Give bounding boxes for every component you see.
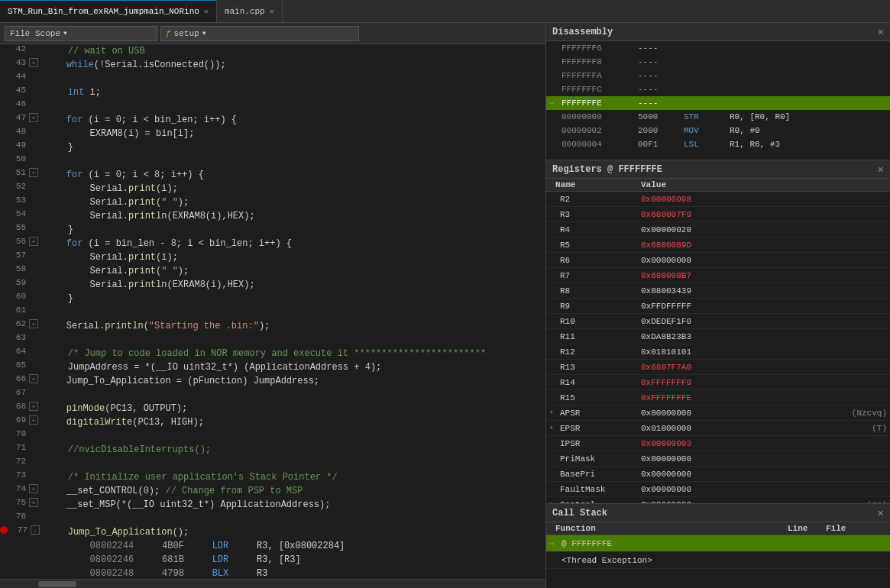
code-text: for (i = bin_len - 8; i < bin_len; i++) … — [41, 237, 545, 250]
register-row[interactable]: FaultMask0x00000000 — [546, 482, 890, 497]
fold-button[interactable]: + — [29, 237, 38, 246]
register-value: 0x00000000 — [641, 256, 887, 265]
code-area[interactable]: 42 // wait on USB43+ while(!Serial.isCon… — [0, 44, 545, 579]
disasm-content[interactable]: FFFFFFF6----FFFFFFF8----FFFFFFFA----FFFF… — [546, 41, 890, 160]
disasm-mnemonic: MOV — [684, 126, 730, 135]
register-row[interactable]: PriMask0x00000000 — [546, 451, 890, 467]
tab-ino-close[interactable]: ✕ — [204, 7, 209, 16]
fold-button[interactable]: + — [29, 319, 38, 328]
register-value: 0x6800089D — [641, 241, 887, 250]
register-row[interactable]: R90xFFDFFFFF — [546, 299, 890, 314]
code-line: 75+ __set_MSP(*(__IO uint32_t*) Applicat… — [0, 498, 545, 512]
callstack-content[interactable]: ⇒@ FFFFFFFE<Thread Exception> — [546, 535, 890, 588]
line-number: 73 — [8, 470, 29, 480]
register-row[interactable]: R20x00000008 — [546, 192, 890, 207]
register-extra: (T) — [872, 424, 887, 433]
code-line: 48 EXRAM8(i) = bin[i]; — [0, 127, 545, 141]
line-number: 54 — [8, 209, 29, 218]
disasm-close-button[interactable]: ✕ — [878, 25, 884, 38]
disasm-row[interactable]: 000000005000STRR0, [R0, R0] — [546, 110, 890, 124]
line-number: 55 — [8, 223, 29, 232]
register-row[interactable]: R40x00000020 — [546, 222, 890, 237]
tab-cpp-close[interactable]: ✕ — [270, 7, 274, 16]
reg-expand-icon[interactable]: + — [549, 409, 558, 417]
tab-ino[interactable]: STM_Run_Bin_from_exRAM_jumpmain_NORino ✕ — [0, 0, 217, 22]
register-row[interactable]: R80x08003439 — [546, 283, 890, 299]
fold-button[interactable]: + — [29, 484, 38, 493]
register-name: R5 — [558, 241, 641, 250]
register-row[interactable]: +EPSR0x01000000(T) — [546, 421, 890, 436]
register-row[interactable]: +Control0x00000000(sn) — [546, 497, 890, 503]
register-row[interactable]: BasePri0x00000000 — [546, 467, 890, 482]
register-value: 0x00000000 — [641, 470, 887, 479]
fold-button[interactable]: + — [29, 402, 38, 411]
disasm-row[interactable]: 000000022000MOVR0, #0 — [546, 124, 890, 137]
register-row[interactable]: R120x01010101 — [546, 344, 890, 360]
register-value: 0xFFFFFFF9 — [641, 378, 887, 387]
callstack-function: @ FFFFFFFE — [562, 539, 788, 548]
callstack-table-header: Function Line File — [546, 522, 890, 535]
disasm-address: 00000004 — [562, 140, 638, 149]
register-row[interactable]: R100xDEDEF1F0 — [546, 314, 890, 329]
func-dropdown[interactable]: ƒ setup ▼ — [160, 26, 359, 41]
fold-button[interactable]: + — [29, 168, 38, 177]
register-row[interactable]: R130x6807F7A0 — [546, 360, 890, 375]
register-row[interactable]: +APSR0x80000000(Nzcvq) — [546, 405, 890, 421]
scope-dropdown[interactable]: File Scope ▼ — [5, 26, 157, 41]
fold-button[interactable]: + — [29, 415, 38, 425]
reg-expand-icon[interactable]: + — [549, 425, 558, 432]
register-row[interactable]: R140xFFFFFFF9 — [546, 375, 890, 390]
callstack-row[interactable]: ⇒@ FFFFFFFE — [546, 535, 890, 552]
disasm-row[interactable]: 0000000400F1LSLR1, R6, #3 — [546, 137, 890, 151]
register-value: 0xFFDFFFFF — [641, 302, 887, 311]
fold-button[interactable]: - — [31, 525, 40, 535]
code-text: /* Jump to code loaded in NOR memory and… — [43, 347, 545, 360]
code-text: digitalWrite(PC13, HIGH); — [41, 415, 545, 429]
registers-title: Registers @ FFFFFFFE — [552, 164, 878, 175]
code-text: __set_MSP(*(__IO uint32_t*) ApplicationA… — [41, 498, 545, 512]
func-chevron-icon: ▼ — [202, 30, 206, 37]
disasm-opcode: 00F1 — [638, 140, 684, 149]
fold-button[interactable]: + — [29, 498, 38, 507]
fold-button[interactable]: + — [29, 113, 38, 122]
code-line: 61 — [0, 305, 545, 319]
disasm-row[interactable]: ⇒FFFFFFFE---- — [546, 96, 890, 110]
callstack-function: <Thread Exception> — [562, 556, 788, 565]
code-line: 51+ for (i = 0; i < 8; i++) { — [0, 168, 545, 182]
code-line: 08002244 4B0F LDR R3, [0x08002284] — [0, 539, 545, 553]
disasm-pc-arrow-icon: ⇒ — [549, 99, 562, 108]
disasm-row[interactable]: FFFFFFF6---- — [546, 41, 890, 55]
disasm-row[interactable]: FFFFFFFA---- — [546, 69, 890, 82]
code-line: 46 — [0, 99, 545, 113]
register-row[interactable]: R50x6800089D — [546, 237, 890, 253]
fold-button[interactable]: + — [29, 58, 38, 67]
line-number: 71 — [8, 443, 29, 452]
fold-button[interactable]: + — [29, 374, 38, 383]
code-line: 60 } — [0, 292, 545, 305]
reg-expand-icon[interactable]: + — [549, 501, 558, 504]
code-hscroll[interactable] — [0, 579, 545, 588]
register-row[interactable]: R30x680007F9 — [546, 207, 890, 222]
callstack-close-button[interactable]: ✕ — [878, 506, 884, 519]
callstack-row[interactable]: <Thread Exception> — [546, 552, 890, 569]
register-row[interactable]: R150xFFFFFFFE — [546, 390, 890, 405]
register-row[interactable]: IPSR0x00000003 — [546, 436, 890, 451]
register-value: 0x00000000 — [641, 454, 887, 464]
register-name: R9 — [558, 302, 641, 311]
register-row[interactable]: R110xDA8B23B3 — [546, 329, 890, 344]
registers-close-button[interactable]: ✕ — [878, 163, 884, 176]
registers-content[interactable]: R20x00000008R30x680007F9R40x00000020R50x… — [546, 192, 890, 503]
code-text: 08002248 4798 BLX R3 — [43, 567, 545, 579]
register-name: BasePri — [558, 470, 641, 479]
editor-toolbar: File Scope ▼ ƒ setup ▼ — [0, 23, 545, 44]
register-row[interactable]: R70x680008B7 — [546, 268, 890, 283]
code-line: 71 //nvicDisableInterrupts(); — [0, 443, 545, 457]
register-row[interactable]: R60x00000000 — [546, 253, 890, 268]
code-text: //nvicDisableInterrupts(); — [43, 443, 545, 457]
disasm-row[interactable]: FFFFFFFC---- — [546, 82, 890, 96]
line-number: 70 — [8, 429, 29, 438]
register-name: R14 — [558, 378, 641, 387]
disasm-row[interactable]: FFFFFFF8---- — [546, 55, 890, 69]
tab-cpp[interactable]: main.cpp ✕ — [217, 0, 283, 22]
line-number: 66 — [8, 374, 29, 383]
